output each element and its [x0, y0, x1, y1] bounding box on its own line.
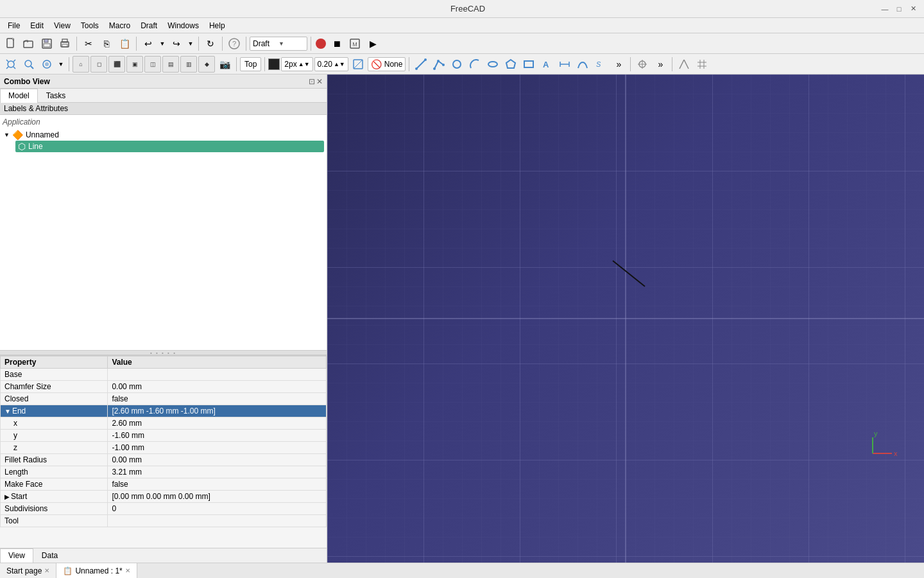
view-right-button[interactable]: ▣ [126, 56, 143, 73]
tab-unnamed-document[interactable]: 📋 Unnamed : 1* ✕ [56, 563, 137, 579]
property-row[interactable]: ▼End[2.60 mm -1.60 mm -1.00 mm] [1, 405, 327, 417]
paste-button[interactable]: 📋 [116, 35, 133, 52]
view-camera-button[interactable]: 📷 [216, 56, 233, 73]
draft-dimension-tool[interactable] [556, 56, 573, 73]
draft-line-tool[interactable] [413, 56, 429, 73]
property-row[interactable]: Base [1, 369, 327, 381]
property-row[interactable]: Tool [1, 515, 327, 527]
save-file-button[interactable] [38, 35, 55, 52]
maximize-button[interactable]: □ [893, 3, 905, 15]
property-row[interactable]: z-1.00 mm [1, 442, 327, 454]
svg-text:x: x [894, 450, 898, 457]
close-button[interactable]: ✕ [907, 3, 919, 15]
zoom-selection-button[interactable] [21, 56, 37, 73]
draft-polygon-tool[interactable] [502, 56, 519, 73]
panel-resizer[interactable]: • • • • • [0, 350, 327, 355]
tree-item-unnamed[interactable]: ▼ 🔶 Unnamed [3, 129, 324, 141]
line-width-arrow[interactable]: ▲▼ [298, 61, 310, 67]
snap-tools-button[interactable] [634, 56, 651, 73]
minimize-button[interactable]: — [879, 3, 891, 15]
tab-view[interactable]: View [0, 548, 33, 563]
draft-ellipse-tool[interactable] [484, 56, 501, 73]
opacity-icon[interactable] [350, 56, 366, 73]
draw-style-button[interactable] [38, 56, 55, 73]
menu-macro[interactable]: Macro [104, 20, 135, 31]
snap-more[interactable]: » [652, 56, 669, 73]
view-back-button[interactable]: ◫ [144, 56, 161, 73]
tab-doc-icon: 📋 [63, 566, 73, 575]
view-orientation-button[interactable]: Top [240, 57, 261, 71]
tab-start-page[interactable]: Start page ✕ [0, 563, 56, 579]
tree-item-line[interactable]: ⬡ Line [15, 141, 324, 152]
property-row[interactable]: Fillet Radius0.00 mm [1, 454, 327, 466]
menu-view[interactable]: View [49, 20, 76, 31]
cut-button[interactable]: ✂ [80, 35, 97, 52]
annotation-tools[interactable] [676, 56, 692, 73]
macro-button[interactable]: M [346, 35, 363, 52]
property-row[interactable]: Closedfalse [1, 393, 327, 405]
redo-button[interactable]: ↪ [168, 35, 185, 52]
property-row[interactable]: Chamfer Size0.00 mm [1, 381, 327, 393]
record-button[interactable] [316, 39, 326, 49]
menu-file[interactable]: File [3, 20, 25, 31]
menu-windows[interactable]: Windows [162, 20, 204, 31]
property-row[interactable]: Make Facefalse [1, 478, 327, 491]
property-row[interactable]: Subdivisions0 [1, 503, 327, 515]
workbench-dropdown[interactable]: Draft ▼ [250, 37, 307, 51]
snap-grid-button[interactable] [694, 56, 710, 73]
new-file-button[interactable] [3, 35, 19, 52]
view-top-button[interactable]: ⬛ [108, 56, 125, 73]
draft-wire-tool[interactable] [431, 56, 447, 73]
draw-style-dropdown[interactable]: ▼ [56, 56, 65, 73]
tab-tasks[interactable]: Tasks [38, 89, 74, 102]
property-row[interactable]: ▶Start[0.00 mm 0.00 mm 0.00 mm] [1, 491, 327, 503]
combo-float-button[interactable]: ⊡ [309, 77, 315, 86]
draft-arc-tool[interactable] [466, 56, 483, 73]
draft-tools-more[interactable]: » [610, 56, 627, 73]
draft-bspline-tool[interactable] [574, 56, 591, 73]
svg-line-14 [13, 60, 15, 62]
tab-doc-close[interactable]: ✕ [125, 567, 130, 574]
view-home-button[interactable]: ⌂ [73, 56, 89, 73]
zoom-fit-button[interactable] [3, 56, 19, 73]
view-bottom-button[interactable]: ▥ [180, 56, 197, 73]
menu-edit[interactable]: Edit [25, 20, 49, 31]
undo-button[interactable]: ↩ [140, 35, 157, 52]
opacity-selector[interactable]: 0.20 ▲▼ [314, 57, 348, 71]
open-file-button[interactable] [21, 35, 37, 52]
3d-viewport[interactable]: x y [327, 74, 924, 563]
draft-rectangle-tool[interactable] [520, 56, 537, 73]
view-left-button[interactable]: ▤ [162, 56, 179, 73]
stop-button[interactable]: ⏹ [329, 35, 345, 52]
line-width-selector[interactable]: 2px ▲▼ [281, 57, 312, 71]
tab-start-close[interactable]: ✕ [44, 567, 49, 574]
window-controls[interactable]: — □ ✕ [879, 3, 919, 15]
refresh-button[interactable]: ↻ [202, 35, 219, 52]
view-isometric-button[interactable]: ◆ [198, 56, 215, 73]
draft-text-tool[interactable]: A [538, 56, 555, 73]
help-button[interactable]: ? [226, 35, 243, 52]
combo-view-buttons[interactable]: ⊡ ✕ [309, 77, 323, 86]
view-front-button[interactable]: ◻ [90, 56, 107, 73]
fill-color-button[interactable]: 🚫 None [368, 57, 406, 71]
property-row[interactable]: x2.60 mm [1, 417, 327, 430]
copy-button[interactable]: ⎘ [98, 35, 115, 52]
line-color-button[interactable] [268, 58, 280, 70]
labels-attributes-bar: Labels & Attributes [0, 103, 327, 115]
redo-dropdown[interactable]: ▼ [186, 35, 195, 52]
tab-data[interactable]: Data [33, 548, 66, 563]
draft-circle-tool[interactable] [449, 56, 465, 73]
property-row[interactable]: Length3.21 mm [1, 466, 327, 478]
menu-tools[interactable]: Tools [76, 20, 104, 31]
menu-help[interactable]: Help [204, 20, 230, 31]
view-sep-3 [264, 57, 265, 71]
tab-model[interactable]: Model [0, 89, 38, 103]
play-button[interactable]: ▶ [364, 35, 381, 52]
property-row[interactable]: y-1.60 mm [1, 430, 327, 442]
combo-close-button[interactable]: ✕ [316, 77, 323, 86]
menu-draft[interactable]: Draft [135, 20, 162, 31]
opacity-arrow[interactable]: ▲▼ [334, 61, 345, 67]
undo-dropdown[interactable]: ▼ [158, 35, 167, 52]
draft-label-tool[interactable]: S [592, 56, 609, 73]
print-button[interactable] [56, 35, 73, 52]
